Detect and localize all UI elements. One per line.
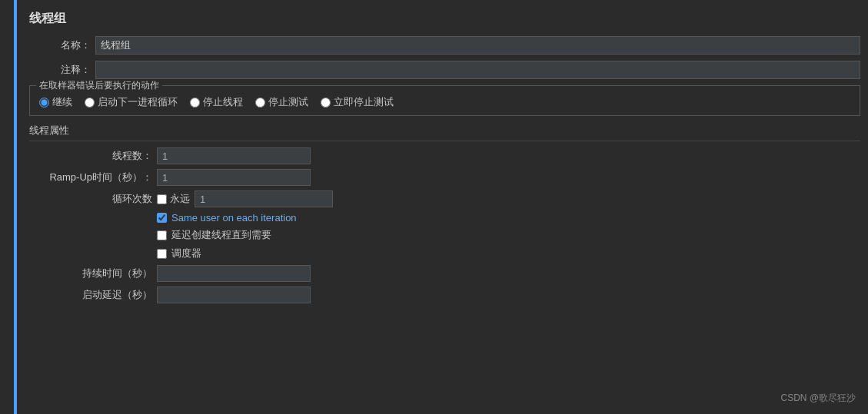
radio-stop-thread[interactable]: 停止线程: [190, 95, 243, 109]
scheduler-input[interactable]: [157, 249, 167, 259]
same-user-input[interactable]: [157, 213, 167, 223]
loop-forever-input[interactable]: [157, 194, 167, 204]
left-accent-bar: [14, 0, 17, 414]
delay-thread-label: 延迟创建线程直到需要: [171, 228, 271, 242]
loop-forever-checkbox[interactable]: 永远: [157, 192, 190, 206]
radio-next-loop[interactable]: 启动下一进程循环: [85, 95, 178, 109]
same-user-row: Same user on each iteration: [157, 212, 860, 224]
radio-row: 继续 启动下一进程循环 停止线程 停止测试 立即停止测试: [39, 91, 850, 109]
duration-input[interactable]: [157, 265, 311, 282]
radio-stop-test-now-label: 立即停止测试: [334, 95, 394, 109]
radio-stop-test-now[interactable]: 立即停止测试: [321, 95, 394, 109]
name-input[interactable]: [95, 36, 860, 55]
same-user-checkbox[interactable]: Same user on each iteration: [157, 212, 297, 224]
radio-continue-label: 继续: [52, 95, 72, 109]
comment-label: 注释：: [29, 63, 91, 77]
name-row: 名称：: [29, 36, 860, 55]
loop-forever-label: 永远: [170, 192, 190, 206]
comment-row: 注释：: [29, 61, 860, 79]
loop-count-row: 循环次数 永远: [29, 190, 860, 207]
startup-delay-row: 启动延迟（秒）: [29, 286, 860, 303]
scheduler-checkbox[interactable]: 调度器: [157, 247, 201, 260]
scheduler-label: 调度器: [171, 247, 201, 260]
comment-input[interactable]: [95, 61, 860, 79]
startup-delay-input[interactable]: [157, 286, 311, 303]
delay-thread-input[interactable]: [157, 230, 167, 240]
loop-count-input[interactable]: [195, 190, 333, 207]
ramp-up-label: Ramp-Up时间（秒）：: [29, 171, 152, 184]
thread-count-input[interactable]: [157, 147, 311, 164]
radio-stop-test-label: 停止测试: [268, 95, 308, 109]
delay-thread-checkbox[interactable]: 延迟创建线程直到需要: [157, 228, 271, 242]
error-action-group: 在取样器错误后要执行的动作 继续 启动下一进程循环 停止线程 停止测试: [29, 85, 860, 116]
main-container: 线程组 名称： 注释： 在取样器错误后要执行的动作 继续 启动下一进程循环: [0, 0, 868, 414]
radio-stop-test[interactable]: 停止测试: [255, 95, 308, 109]
startup-delay-label: 启动延迟（秒）: [29, 288, 152, 302]
radio-continue[interactable]: 继续: [39, 95, 72, 109]
radio-stop-thread-label: 停止线程: [203, 95, 243, 109]
error-action-legend: 在取样器错误后要执行的动作: [36, 79, 162, 92]
name-label: 名称：: [29, 38, 91, 52]
thread-count-row: 线程数：: [29, 147, 860, 164]
page-title: 线程组: [29, 8, 860, 27]
thread-count-label: 线程数：: [29, 149, 152, 163]
delay-thread-row: 延迟创建线程直到需要: [157, 228, 860, 242]
loop-count-label: 循环次数: [29, 192, 152, 206]
watermark: CSDN @歌尽狂沙: [780, 392, 856, 405]
duration-row: 持续时间（秒）: [29, 265, 860, 282]
content-area: 线程组 名称： 注释： 在取样器错误后要执行的动作 继续 启动下一进程循环: [22, 0, 868, 414]
same-user-label: Same user on each iteration: [171, 212, 297, 224]
ramp-up-input[interactable]: [157, 169, 311, 186]
radio-next-loop-label: 启动下一进程循环: [98, 95, 178, 109]
thread-props-title: 线程属性: [29, 124, 860, 141]
ramp-up-row: Ramp-Up时间（秒）：: [29, 169, 860, 186]
duration-label: 持续时间（秒）: [29, 267, 152, 280]
scheduler-row: 调度器: [157, 247, 860, 260]
